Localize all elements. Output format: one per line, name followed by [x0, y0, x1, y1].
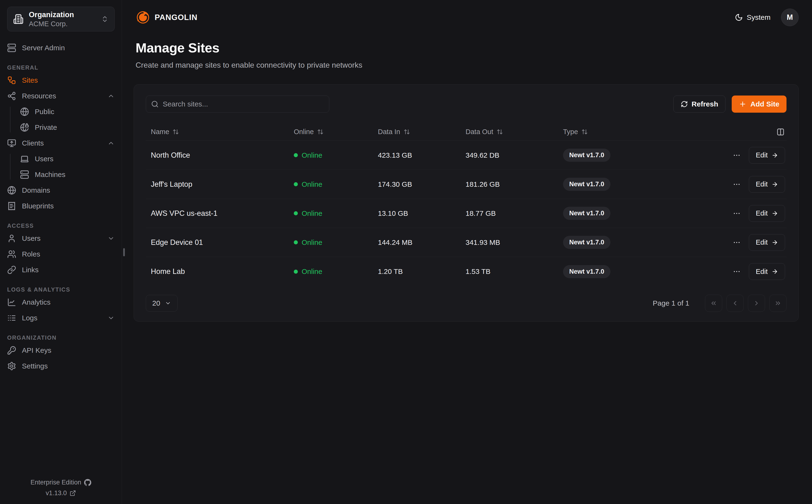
table-header-row: Name Online Data In Data Out Type [146, 123, 787, 141]
ellipsis-icon [733, 151, 741, 159]
row-menu-button[interactable] [733, 238, 741, 247]
row-menu-button[interactable] [733, 209, 741, 217]
sidebar-item-machines[interactable]: Machines [20, 168, 115, 181]
brand: PANGOLIN [136, 10, 198, 25]
page-size-select[interactable]: 20 [146, 295, 178, 312]
refresh-button[interactable]: Refresh [673, 96, 726, 113]
prev-page-button[interactable] [726, 295, 744, 312]
sidebar-item-label: Server Admin [22, 44, 65, 52]
sidebar-section-access: ACCESS [7, 222, 115, 229]
row-menu-button[interactable] [733, 267, 741, 276]
sidebar-item-roles[interactable]: Roles [7, 247, 115, 261]
status-badge: Online [294, 180, 378, 188]
column-header-name[interactable]: Name [151, 128, 294, 136]
edit-button[interactable]: Edit [749, 205, 785, 222]
building-icon [13, 14, 24, 24]
sidebar: Organization ACME Corp. Server Admin GEN… [0, 0, 122, 504]
edit-button[interactable]: Edit [749, 234, 785, 251]
sidebar-item-settings[interactable]: Settings [7, 359, 115, 373]
topbar: PANGOLIN System M [122, 0, 812, 26]
sidebar-item-server-admin[interactable]: Server Admin [7, 41, 115, 55]
sidebar-item-links[interactable]: Links [7, 263, 115, 277]
github-icon[interactable] [84, 479, 91, 486]
edit-button[interactable]: Edit [749, 263, 785, 280]
pangolin-logo-icon [136, 10, 150, 25]
org-switcher[interactable]: Organization ACME Corp. [7, 7, 115, 31]
ellipsis-icon [733, 238, 741, 247]
row-menu-button[interactable] [733, 180, 741, 188]
sidebar-item-clients[interactable]: Clients [7, 136, 115, 150]
sidebar-item-blueprints[interactable]: Blueprints [7, 199, 115, 213]
gear-icon [7, 362, 16, 371]
sites-card: Refresh Add Site Name Online [134, 84, 799, 322]
next-page-button[interactable] [748, 295, 765, 312]
column-header-data-out[interactable]: Data Out [466, 128, 563, 136]
sidebar-item-label: Links [22, 266, 39, 274]
sites-table: Name Online Data In Data Out Type [146, 123, 787, 286]
sidebar-item-client-users[interactable]: Users [20, 152, 115, 166]
online-dot-icon [294, 270, 298, 274]
column-header-online[interactable]: Online [294, 128, 378, 136]
online-dot-icon [294, 240, 298, 244]
sidebar-item-users[interactable]: Users [7, 232, 115, 245]
sidebar-scrollbar[interactable] [123, 248, 125, 256]
table-row: Edge Device 01 Online 144.24 MB 341.93 M… [146, 228, 787, 257]
arrow-right-icon [771, 210, 778, 217]
sidebar-item-private[interactable]: Private [20, 121, 115, 134]
type-badge: Newt v1.7.0 [563, 236, 610, 249]
column-header-data-in[interactable]: Data In [378, 128, 466, 136]
org-switcher-label: Organization [29, 10, 96, 19]
row-menu-button[interactable] [733, 151, 741, 159]
sidebar-item-domains[interactable]: Domains [7, 183, 115, 197]
arrow-right-icon [771, 181, 778, 188]
arrow-right-icon [771, 152, 778, 159]
monitor-up-icon [7, 139, 16, 148]
column-visibility-button[interactable] [691, 128, 787, 136]
server-icon [20, 170, 29, 179]
page-size-value: 20 [152, 299, 160, 307]
receipt-icon [7, 202, 16, 211]
chevrons-up-down-icon [101, 15, 109, 23]
page-subtitle: Create and manage sites to enable connec… [136, 61, 799, 70]
chevron-right-icon [753, 300, 760, 307]
globe-icon [7, 186, 16, 195]
resources-subnav: Public Private [7, 105, 115, 134]
edit-button[interactable]: Edit [749, 176, 785, 193]
first-page-button[interactable] [705, 295, 722, 312]
laptop-icon [20, 154, 29, 163]
avatar-initial: M [787, 13, 793, 22]
add-site-button[interactable]: Add Site [732, 96, 787, 113]
sidebar-item-analytics[interactable]: Analytics [7, 295, 115, 309]
sidebar-item-label: Sites [22, 76, 38, 84]
version-label: v1.13.0 [46, 489, 67, 497]
sidebar-item-label: Clients [22, 139, 44, 147]
data-out-value: 1.53 TB [466, 267, 563, 276]
external-link-icon[interactable] [70, 490, 76, 496]
sidebar-item-resources[interactable]: Resources [7, 89, 115, 103]
sidebar-item-logs[interactable]: Logs [7, 311, 115, 325]
table-row: AWS VPC us-east-1 Online 13.10 GB 18.77 … [146, 199, 787, 228]
last-page-button[interactable] [769, 295, 787, 312]
sidebar-item-label: Users [35, 155, 53, 163]
column-header-type[interactable]: Type [563, 128, 691, 136]
edit-button[interactable]: Edit [749, 147, 785, 164]
sidebar-item-label: Roles [22, 250, 40, 258]
sidebar-item-public[interactable]: Public [20, 105, 115, 119]
refresh-label: Refresh [692, 100, 718, 108]
arrow-right-icon [771, 239, 778, 246]
chevron-down-icon [107, 314, 115, 322]
data-in-value: 1.20 TB [378, 267, 466, 276]
plus-icon [739, 100, 746, 108]
search-sites [146, 96, 329, 113]
sidebar-item-api-keys[interactable]: API Keys [7, 343, 115, 357]
search-input[interactable] [146, 96, 329, 113]
workflow-icon [7, 76, 16, 85]
sidebar-section-logs-analytics: LOGS & ANALYTICS [7, 286, 115, 293]
theme-toggle[interactable]: System [735, 13, 771, 21]
avatar[interactable]: M [781, 9, 799, 26]
table-row: North Office Online 423.13 GB 349.62 DB … [146, 141, 787, 170]
sidebar-item-sites[interactable]: Sites [7, 73, 115, 87]
chevrons-left-icon [710, 300, 717, 307]
chevron-down-icon [165, 300, 171, 306]
main-content: PANGOLIN System M Manage Sites Create an… [122, 0, 812, 504]
